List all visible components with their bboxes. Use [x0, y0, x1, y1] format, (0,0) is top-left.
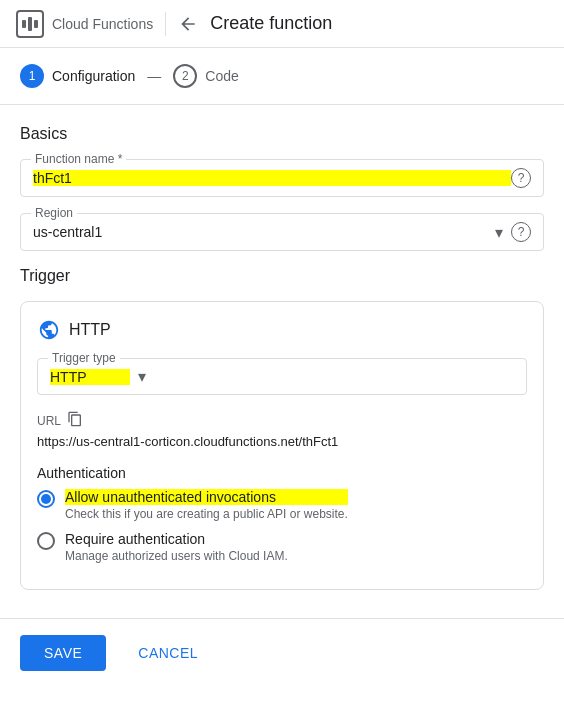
region-dropdown-arrow[interactable]: ▾: [495, 223, 503, 242]
auth-option2-text: Require authentication Manage authorized…: [65, 531, 288, 563]
svg-rect-2: [34, 20, 38, 28]
trigger-http-label: HTTP: [69, 321, 111, 339]
svg-rect-1: [28, 17, 32, 31]
trigger-type-dropdown-arrow[interactable]: ▾: [138, 367, 146, 386]
trigger-type-input[interactable]: [50, 369, 130, 385]
region-label: Region: [31, 206, 77, 220]
url-label-row: URL: [37, 411, 527, 430]
basics-section: Basics Function name * ? Region ▾ ?: [20, 125, 544, 251]
page-title: Create function: [210, 13, 332, 34]
url-section: URL https://us-central1-corticon.cloudfu…: [37, 411, 527, 449]
footer: SAVE CANCEL: [0, 618, 564, 687]
function-name-input[interactable]: [33, 170, 511, 186]
url-label-text: URL: [37, 414, 61, 428]
cancel-button[interactable]: CANCEL: [122, 635, 214, 671]
auth-option1-sub-label: Check this if you are creating a public …: [65, 507, 348, 521]
auth-option1-text: Allow unauthenticated invocations Check …: [65, 489, 348, 521]
auth-option2-sub-label: Manage authorized users with Cloud IAM.: [65, 549, 288, 563]
auth-option1-main-label: Allow unauthenticated invocations: [65, 489, 348, 505]
save-button[interactable]: SAVE: [20, 635, 106, 671]
auth-radio-authenticated[interactable]: [37, 532, 55, 550]
function-name-label: Function name *: [31, 152, 126, 166]
step-1: 1 Configuration: [20, 64, 135, 88]
step-2: 2 Code: [173, 64, 238, 88]
trigger-type-label: Trigger type: [48, 351, 120, 365]
basics-section-title: Basics: [20, 125, 544, 143]
trigger-http-header: HTTP: [37, 318, 527, 342]
auth-option-authenticated[interactable]: Require authentication Manage authorized…: [37, 531, 527, 563]
trigger-card: HTTP Trigger type ▾ URL: [20, 301, 544, 590]
function-name-field: Function name * ?: [20, 159, 544, 197]
step-2-label: Code: [205, 68, 238, 84]
step-1-label: Configuration: [52, 68, 135, 84]
auth-option-unauthenticated[interactable]: Allow unauthenticated invocations Check …: [37, 489, 527, 521]
region-field: Region ▾ ?: [20, 213, 544, 251]
trigger-section: Trigger HTTP Trigger type ▾: [20, 267, 544, 590]
header-divider: [165, 12, 166, 36]
region-help[interactable]: ?: [511, 222, 531, 242]
auth-option2-main-label: Require authentication: [65, 531, 288, 547]
trigger-section-title: Trigger: [20, 267, 544, 285]
url-value: https://us-central1-corticon.cloudfuncti…: [37, 434, 527, 449]
logo-icon: [16, 10, 44, 38]
back-button[interactable]: [178, 14, 198, 34]
auth-label: Authentication: [37, 465, 527, 481]
function-name-help[interactable]: ?: [511, 168, 531, 188]
region-input[interactable]: [33, 224, 487, 240]
step-2-circle: 2: [173, 64, 197, 88]
main-content: Basics Function name * ? Region ▾ ? Trig…: [0, 105, 564, 610]
app-name-label: Cloud Functions: [52, 16, 153, 32]
auth-section: Authentication Allow unauthenticated inv…: [37, 465, 527, 563]
app-logo: Cloud Functions: [16, 10, 153, 38]
svg-rect-0: [22, 20, 26, 28]
copy-icon[interactable]: [67, 411, 83, 430]
trigger-type-wrapper: Trigger type ▾: [37, 358, 527, 395]
auth-radio-unauthenticated[interactable]: [37, 490, 55, 508]
trigger-type-field: Trigger type ▾: [37, 358, 527, 395]
http-globe-icon: [37, 318, 61, 342]
function-name-wrapper: Function name * ?: [20, 159, 544, 197]
app-header: Cloud Functions Create function: [0, 0, 564, 48]
step-1-circle: 1: [20, 64, 44, 88]
step-separator: —: [147, 68, 161, 84]
region-wrapper: Region ▾ ?: [20, 213, 544, 251]
stepper: 1 Configuration — 2 Code: [0, 48, 564, 105]
